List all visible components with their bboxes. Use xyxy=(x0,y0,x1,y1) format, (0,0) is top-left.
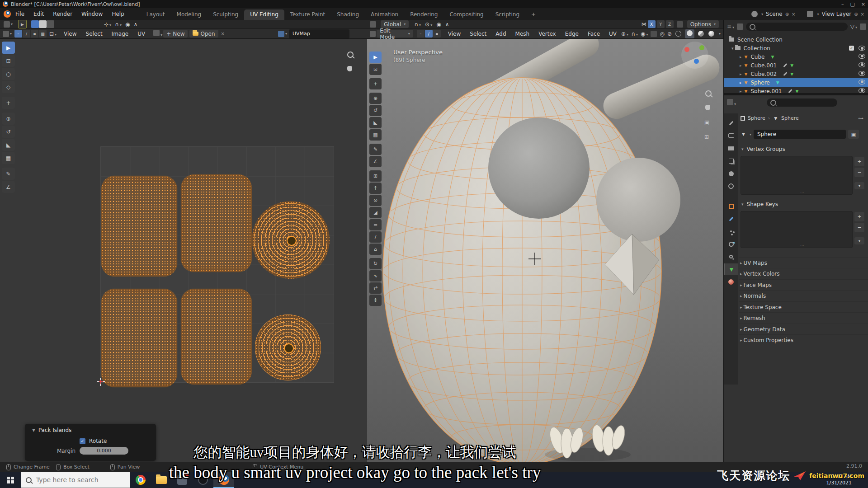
options-dropdown[interactable]: Options▾ xyxy=(687,20,719,28)
add-shape-key-button[interactable]: + xyxy=(854,212,864,221)
tweak-tool-button[interactable]: ▶ xyxy=(2,42,15,54)
outliner-row-scene-collection[interactable]: Scene Collection xyxy=(724,35,868,44)
show-overlays-icon[interactable]: ◎ xyxy=(660,31,664,37)
proportional-edit-icon[interactable]: ◉ xyxy=(125,21,130,28)
uv-select-face-button[interactable]: ▪ xyxy=(31,30,38,38)
uv-2d-cursor[interactable] xyxy=(97,378,105,386)
measure-tool-button[interactable]: ∠ xyxy=(2,181,15,193)
rotate-tool-button[interactable]: ↺ xyxy=(2,126,15,138)
chevron-down-icon[interactable]: ▾ xyxy=(285,32,287,36)
browse-image-icon[interactable]: ▾ xyxy=(153,30,162,38)
vp-menu-face[interactable]: Face xyxy=(583,29,604,38)
tab-texture-paint[interactable]: Texture Paint xyxy=(284,9,331,20)
snap-settings-icon[interactable] xyxy=(677,21,683,28)
section-uv-maps[interactable]: ▸UV Maps xyxy=(739,257,868,268)
uv-menu-uv[interactable]: UV xyxy=(133,29,150,38)
tweak-tool-button[interactable]: ▶ xyxy=(369,52,382,63)
axis-x-dot[interactable] xyxy=(684,47,689,52)
vp-menu-edge[interactable]: Edge xyxy=(561,29,583,38)
tab-constraints[interactable] xyxy=(724,251,738,263)
minimize-button[interactable]: – xyxy=(841,1,844,7)
new-collection-icon[interactable] xyxy=(860,23,866,30)
menu-render[interactable]: Render xyxy=(48,9,77,19)
tab-world[interactable] xyxy=(724,180,738,192)
viewport-ortho-icon[interactable]: ⊞ xyxy=(704,134,709,140)
bevel-tool-button[interactable]: ◢ xyxy=(369,207,382,218)
mirror-y-button[interactable]: Y xyxy=(657,20,665,28)
vp-menu-view[interactable]: View xyxy=(443,29,465,38)
uv-menu-image[interactable]: Image xyxy=(107,29,133,38)
section-texture-space[interactable]: ▸Texture Space xyxy=(739,301,868,313)
snapping-icon[interactable]: ∩▾ xyxy=(631,31,638,37)
menu-file[interactable]: File xyxy=(11,9,29,19)
outliner-search-input[interactable] xyxy=(746,23,848,31)
scene-selector[interactable]: Scene xyxy=(766,11,783,17)
outliner-display-mode-icon[interactable]: ≡▾ xyxy=(727,23,734,30)
tab-render[interactable] xyxy=(724,130,738,141)
menu-edit[interactable]: Edit xyxy=(29,9,48,19)
vp-menu-vertex[interactable]: Vertex xyxy=(534,29,561,38)
snap-magnet-icon[interactable]: ∩▾ xyxy=(115,21,122,28)
tab-animation[interactable]: Animation xyxy=(365,9,404,20)
uv-select-island-button[interactable]: ▩ xyxy=(39,30,47,38)
poly-build-tool-button[interactable]: ⌂ xyxy=(369,244,382,255)
tab-modifiers[interactable] xyxy=(724,213,738,225)
transform-tool-button[interactable]: ▦ xyxy=(2,152,15,164)
mode-selector-dropdown[interactable]: Edit Mode▾ xyxy=(377,30,413,38)
shape-keys-list[interactable] xyxy=(741,211,853,248)
menu-help[interactable]: Help xyxy=(107,9,128,19)
annotate-tool-button[interactable]: ✎ xyxy=(2,168,15,180)
remove-shape-key-button[interactable]: − xyxy=(854,223,864,232)
tab-object-data[interactable]: ▼ xyxy=(724,263,738,275)
outliner-row-cube[interactable]: ▸▼ Cube ▼ xyxy=(724,52,868,61)
mirror-x-button[interactable]: X xyxy=(648,20,656,28)
toggle-xray-icon[interactable]: ⊘ xyxy=(667,31,672,37)
unlink-image-icon[interactable]: × xyxy=(221,31,225,36)
data-name-field[interactable]: Sphere xyxy=(754,130,846,139)
select-box-tool-button[interactable]: ⊡ xyxy=(369,64,382,75)
active-tool-icon[interactable]: ▶ xyxy=(18,20,27,28)
3d-viewport[interactable]: User Perspective (89) Sphere ▣ ⊞ ▶ ⊡ + ⊕… xyxy=(367,39,723,462)
vp-menu-mesh[interactable]: Mesh xyxy=(511,29,534,38)
section-geometry-data[interactable]: ▸Geometry Data xyxy=(739,324,868,335)
transform-orientation-dropdown[interactable]: Global▾ xyxy=(381,20,409,28)
uv-island-body-3[interactable] xyxy=(101,289,177,387)
scale-tool-button[interactable]: ◣ xyxy=(2,139,15,151)
scale-tool-button[interactable]: ◣ xyxy=(369,117,382,128)
tab-particles[interactable] xyxy=(724,225,738,237)
section-face-maps[interactable]: ▸Face Maps xyxy=(739,279,868,291)
sticky-select-dropdown[interactable]: ⊟▾ xyxy=(49,31,57,37)
tab-object[interactable] xyxy=(724,200,738,212)
tab-view-layer[interactable] xyxy=(724,155,738,167)
new-scene-icon[interactable]: ⊕ xyxy=(785,12,789,17)
add-workspace-button[interactable]: + xyxy=(525,9,542,20)
loop-cut-tool-button[interactable]: = xyxy=(369,219,382,230)
cursor-tool-button[interactable]: + xyxy=(2,97,15,109)
axis-y-dot[interactable] xyxy=(699,45,704,50)
tab-modeling[interactable]: Modeling xyxy=(171,9,208,20)
select-circle-tool-button[interactable]: ○ xyxy=(2,68,15,80)
texture-toggle-icon[interactable] xyxy=(47,20,54,28)
delete-view-layer-icon[interactable]: × xyxy=(861,12,864,17)
outliner-row-cube-002[interactable]: ▸▼ Cube.002 ▼ xyxy=(724,70,868,78)
inset-faces-tool-button[interactable]: ⊙ xyxy=(369,195,382,206)
move-tool-button[interactable]: ⊕ xyxy=(2,113,15,125)
uv-island-cap-1[interactable] xyxy=(252,201,330,279)
new-image-button[interactable]: + New xyxy=(163,30,188,38)
properties-search-input[interactable] xyxy=(767,99,837,107)
maximize-button[interactable]: ▢ xyxy=(850,1,854,7)
tab-uv-editing[interactable]: UV Editing xyxy=(244,9,284,20)
extrude-tool-button[interactable]: ↑ xyxy=(369,183,382,194)
viewport-pan-hand-icon[interactable] xyxy=(705,105,710,112)
select-lasso-tool-button[interactable]: ◇ xyxy=(2,81,15,93)
uv-island-body-1[interactable] xyxy=(101,176,177,277)
breadcrumb-object[interactable]: Sphere xyxy=(748,115,765,121)
tab-tool[interactable] xyxy=(724,117,738,129)
uvmap-name-field[interactable]: UVMap xyxy=(289,29,349,38)
vp-menu-add[interactable]: Add xyxy=(491,29,510,38)
transform-orientation-icon[interactable]: ⊕▾ xyxy=(621,31,628,37)
hide-eye-icon[interactable] xyxy=(859,54,865,59)
add-cube-tool-button[interactable]: ⊞ xyxy=(369,170,382,182)
tab-layout[interactable]: Layout xyxy=(141,9,171,20)
tab-sculpting[interactable]: Sculpting xyxy=(207,9,244,20)
